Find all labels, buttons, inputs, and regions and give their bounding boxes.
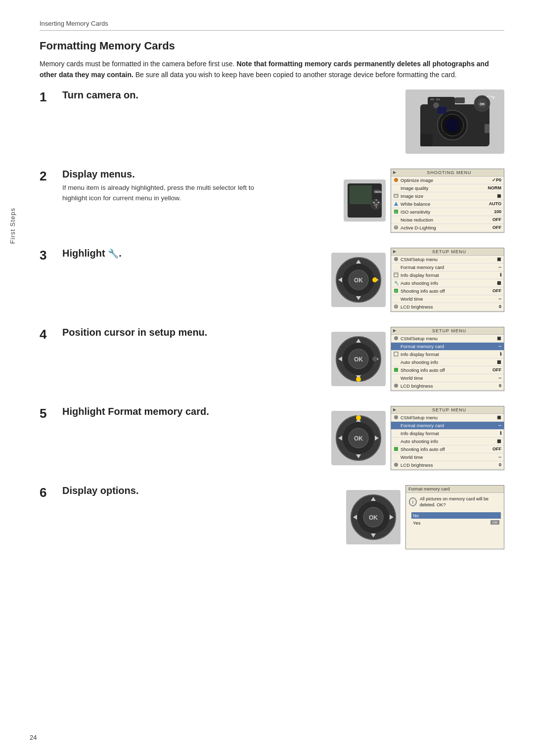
step-3-images: OK ▶ SETUP MENU CSM/Setup menu ▣ [331, 248, 504, 312]
svg-rect-14 [438, 107, 446, 114]
svg-text:?: ? [395, 226, 397, 229]
format-dialog: Format memory card i All pictures on mem… [405, 485, 504, 549]
format-option-no[interactable]: No [411, 512, 501, 519]
format-ok-badge: OK [490, 520, 499, 525]
setup-menu-5: ▶ SETUP MENU CSM/Setup menu ▣ Format mem… [391, 406, 504, 470]
shoot-row-2: Image quality NORM [391, 184, 504, 192]
info-icon: i [409, 497, 417, 506]
step-6-number: 6 [40, 485, 55, 500]
svg-marker-32 [394, 202, 398, 206]
page-number: 24 [30, 734, 37, 741]
setup-row-3-3: Info display format ℹ [391, 271, 504, 279]
svg-rect-81 [394, 447, 398, 451]
setup-row-5-7: LCD brightness 0 [391, 461, 504, 469]
page: First Steps Inserting Memory Cards Forma… [0, 0, 534, 756]
step-5-images: OK ▶ SETUP MENU CSM/Setup menu ▣ [331, 406, 504, 470]
step-4-title: Position cursor in setup menu. [62, 327, 321, 338]
setup-row-5-6: World time -- [391, 453, 504, 461]
svg-text:▶: ▶ [378, 201, 380, 204]
step-3-number: 3 [40, 248, 55, 263]
step-5-content: Highlight Format memory card. [62, 406, 331, 420]
step-2-images: MENU OK ◀ ▶ ▲ ▼ ▶ SHOOTING MENU [344, 169, 504, 233]
svg-rect-19 [350, 185, 372, 204]
intro-line1: Memory cards must be formatted in the ca… [40, 60, 236, 68]
svg-text:🔧: 🔧 [394, 280, 399, 285]
setup-row-5-3: Info display format ℹ [391, 430, 504, 438]
setup-menu-4: ▶ SETUP MENU CSM/Setup menu ▣ Format mem… [391, 327, 504, 391]
step-2-number: 2 [40, 169, 55, 184]
svg-point-46 [372, 277, 377, 282]
shoot-row-4: White balance AUTO [391, 200, 504, 208]
step-2-content: Display menus. If menu item is already h… [62, 169, 344, 204]
svg-point-29 [394, 178, 398, 182]
shoot-row-1: Optimize image ✓P0 [391, 177, 504, 184]
shoot-row-3: Image size ▣ [391, 192, 504, 200]
step-3-content: Highlight 🔧. [62, 248, 331, 262]
step-6-content: Display options. [62, 485, 346, 499]
step-1-images: OK [405, 89, 504, 154]
svg-rect-12 [455, 97, 465, 103]
shoot-icon-2 [394, 185, 399, 190]
format-options: No Yes OK [411, 512, 501, 526]
setup-row-4-6: World time -- [391, 374, 504, 382]
step-3: 3 Highlight 🔧. OK [40, 248, 504, 312]
shoot-icon-6 [394, 217, 399, 222]
shooting-menu-screen: ▶ SHOOTING MENU Optimize image ✓P0 Image… [391, 169, 504, 233]
step-6: 6 Display options. OK Format memory card [40, 485, 504, 549]
format-dialog-body: i All pictures on memory card will be de… [406, 493, 504, 529]
setup-row-4-7: LCD brightness 0 [391, 382, 504, 390]
setup-menu-title-3: ▶ SETUP MENU [391, 248, 504, 256]
svg-rect-48 [394, 273, 398, 277]
step-5-title: Highlight Format memory card. [62, 406, 321, 417]
setup-row-3-7: ? LCD brightness 0 [391, 303, 504, 311]
svg-point-5 [445, 118, 459, 132]
setup-row-3-1: CSM/Setup menu ▣ [391, 256, 504, 264]
step-4: 4 Position cursor in setup menu. OK [40, 327, 504, 391]
svg-rect-68 [394, 368, 398, 372]
svg-point-47 [394, 257, 398, 261]
step-6-title: Display options. [62, 485, 336, 496]
step-4-images: OK ▶ SETUP MENU CSM/Setup menu [331, 327, 504, 391]
setup-row-5-4: Auto shooting info ▦ [391, 438, 504, 445]
setup-row-4-5: Shooting info auto off OFF [391, 366, 504, 374]
setup-row-3-6: World time -- [391, 295, 504, 303]
camera-back-svg: MENU OK ◀ ▶ ▲ ▼ [344, 179, 386, 222]
step-1-number: 1 [40, 89, 55, 105]
svg-rect-15 [420, 134, 433, 146]
svg-point-64 [372, 356, 377, 361]
setup-row-3-2: Format memory card -- [391, 264, 504, 271]
shoot-icon-5: ✓ [394, 209, 399, 214]
page-title: Formatting Memory Cards [40, 40, 504, 52]
svg-text:OK: OK [354, 435, 363, 442]
ok-dial-6: OK [346, 490, 400, 544]
step-2-desc: If menu item is already highlighted, pre… [62, 183, 260, 204]
svg-point-65 [356, 377, 361, 382]
sidebar-label: First Steps [9, 208, 16, 244]
ok-dial-4: OK [331, 332, 386, 386]
setup-menu-title-5: ▶ SETUP MENU [391, 406, 504, 414]
svg-text:▲: ▲ [375, 198, 378, 201]
shoot-icon-1 [394, 178, 399, 182]
intro-line2: Be sure all data you wish to keep have b… [135, 71, 457, 79]
svg-text:✓: ✓ [395, 290, 397, 293]
setup-row-5-2: Format memory card -- [391, 422, 504, 430]
svg-text:OK: OK [354, 356, 363, 363]
svg-point-82 [394, 463, 398, 467]
shoot-icon-3 [394, 193, 399, 198]
setup-row-4-2: Format memory card -- [391, 343, 504, 351]
setup-row-3-5: ✓ Shooting info auto off OFF [391, 287, 504, 295]
breadcrumb: Inserting Memory Cards [40, 20, 504, 31]
ok-dial-5: OK [331, 411, 386, 465]
format-option-yes[interactable]: Yes OK [411, 520, 501, 526]
svg-rect-30 [394, 194, 398, 197]
step-2-title: Display menus. [62, 169, 334, 180]
setup-row-4-1: CSM/Setup menu ▣ [391, 335, 504, 343]
format-dialog-message: All pictures on memory card will be dele… [420, 496, 501, 508]
shoot-icon-4 [394, 201, 399, 206]
svg-rect-10 [430, 98, 434, 100]
svg-rect-16 [485, 124, 490, 133]
svg-text:OK: OK [354, 277, 363, 284]
svg-text:✓: ✓ [395, 211, 397, 214]
step-5-number: 5 [40, 406, 55, 421]
ok-dial-3: OK [331, 253, 386, 307]
